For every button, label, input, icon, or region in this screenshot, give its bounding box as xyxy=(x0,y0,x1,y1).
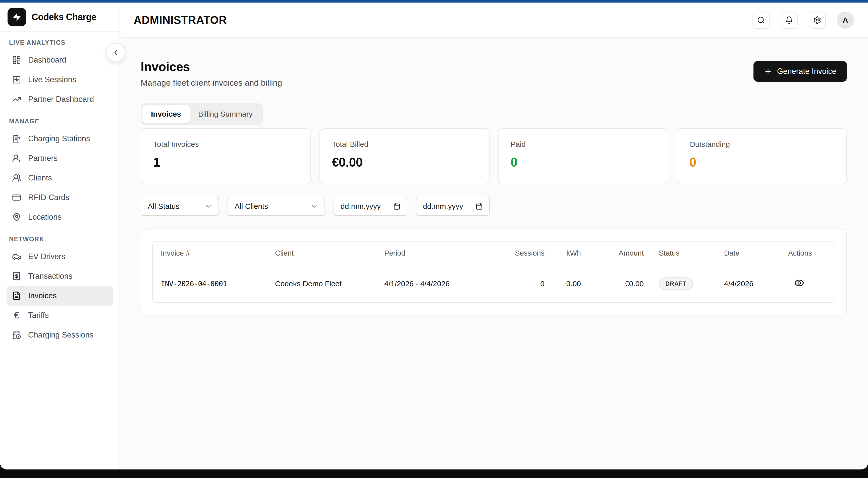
sidebar-collapse-button[interactable] xyxy=(106,43,125,62)
stat-value: 0 xyxy=(689,155,835,170)
calendar-icon xyxy=(476,203,483,210)
sidebar-item-rfid-cards[interactable]: RFID Cards xyxy=(6,188,113,207)
sidebar-nav: LIVE ANALYTICS Dashboard Live Sessions P… xyxy=(0,32,120,345)
sidebar-item-label: EV Drivers xyxy=(28,252,65,261)
status-badge: DRAFT xyxy=(659,277,693,290)
screen: Codeks Charge LIVE ANALYTICS Dashboard L… xyxy=(0,0,868,478)
cell-period: 4/1/2026 - 4/4/2026 xyxy=(384,279,515,288)
sidebar-item-transactions[interactable]: Transactions xyxy=(6,266,113,286)
client-filter-select[interactable]: All Clients xyxy=(227,197,325,216)
gear-icon xyxy=(813,16,821,24)
sidebar-item-label: Clients xyxy=(28,173,52,182)
user-avatar[interactable]: A xyxy=(837,11,854,29)
stat-card-outstanding: Outstanding 0 xyxy=(677,128,847,184)
sidebar-item-invoices[interactable]: Invoices xyxy=(6,286,113,306)
stat-card-paid: Paid 0 xyxy=(498,128,668,184)
calendar-icon xyxy=(393,203,400,210)
sidebar-item-label: Invoices xyxy=(28,291,57,300)
cell-kwh: 0.00 xyxy=(545,279,581,288)
column-header-period: Period xyxy=(384,249,515,257)
date-from-input[interactable]: dd.mm.yyyy xyxy=(334,197,407,216)
status-filter-value: All Status xyxy=(148,202,180,211)
user-plus-icon xyxy=(12,154,21,163)
cell-date: 4/4/2026 xyxy=(724,279,788,288)
top-header: ADMINISTRATOR A xyxy=(121,3,868,38)
chevron-left-icon xyxy=(112,49,120,56)
app-window: Codeks Charge LIVE ANALYTICS Dashboard L… xyxy=(0,3,868,470)
column-header-sessions: Sessions xyxy=(515,249,545,257)
sidebar-item-partners[interactable]: Partners xyxy=(6,149,113,168)
search-button[interactable] xyxy=(752,11,770,29)
sidebar-item-label: Partner Dashboard xyxy=(28,95,94,104)
cell-invoice-number: INV-2026-04-0001 xyxy=(161,279,275,288)
activity-square-icon xyxy=(12,75,21,84)
settings-button[interactable] xyxy=(809,11,826,29)
sidebar-item-label: Transactions xyxy=(28,272,72,281)
client-filter-value: All Clients xyxy=(235,202,268,211)
stat-label: Total Invoices xyxy=(153,140,299,149)
users-icon xyxy=(12,173,21,182)
sidebar-item-live-sessions[interactable]: Live Sessions xyxy=(6,70,113,89)
column-header-actions: Actions xyxy=(788,249,827,257)
column-header-amount: Amount xyxy=(581,249,644,257)
cell-client: Codeks Demo Fleet xyxy=(275,279,384,288)
tab-billing-summary[interactable]: Billing Summary xyxy=(190,105,261,123)
stat-card-total-invoices: Total Invoices 1 xyxy=(141,128,311,184)
sidebar-item-charging-stations[interactable]: Charging Stations xyxy=(6,129,113,149)
invoice-table: Invoice # Client Period Sessions kWh Amo… xyxy=(152,241,835,303)
dashboard-grid-icon xyxy=(12,56,21,65)
sidebar-item-label: Tariffs xyxy=(28,311,49,320)
table-header-row: Invoice # Client Period Sessions kWh Amo… xyxy=(153,241,835,265)
sidebar-item-dashboard[interactable]: Dashboard xyxy=(6,50,113,70)
sidebar-item-label: Partners xyxy=(28,154,58,163)
cell-status: DRAFT xyxy=(644,277,724,290)
sidebar-item-label: Charging Sessions xyxy=(28,330,93,339)
header-actions: A xyxy=(752,11,854,29)
cell-sessions: 0 xyxy=(515,279,545,288)
status-filter-select[interactable]: All Status xyxy=(141,197,219,216)
chevron-down-icon xyxy=(311,203,318,210)
section-label-manage: MANAGE xyxy=(9,118,113,125)
page-title: Invoices xyxy=(141,60,282,74)
sidebar-item-locations[interactable]: Locations xyxy=(6,207,113,227)
page-title-row: Invoices Manage fleet client invoices an… xyxy=(141,60,847,88)
column-header-invoice: Invoice # xyxy=(161,249,275,257)
column-header-date: Date xyxy=(724,249,788,257)
stat-label: Outstanding xyxy=(689,140,835,149)
stat-cards: Total Invoices 1 Total Billed €0.00 Paid… xyxy=(141,128,847,184)
sidebar-item-partner-dashboard[interactable]: Partner Dashboard xyxy=(6,89,113,109)
date-to-input[interactable]: dd.mm.yyyy xyxy=(416,197,490,216)
column-header-status: Status xyxy=(644,249,724,257)
search-icon xyxy=(757,16,765,24)
euro-icon: € xyxy=(12,311,21,320)
sidebar-item-label: RFID Cards xyxy=(28,193,69,202)
notifications-button[interactable] xyxy=(781,11,798,29)
column-header-kwh: kWh xyxy=(545,249,581,257)
sidebar-item-charging-sessions[interactable]: Charging Sessions xyxy=(6,325,113,345)
sidebar-item-tariffs[interactable]: € Tariffs xyxy=(6,306,113,325)
generate-invoice-label: Generate Invoice xyxy=(777,67,836,76)
cell-amount: €0.00 xyxy=(581,279,644,288)
view-invoice-button[interactable] xyxy=(788,278,804,288)
stat-card-total-billed: Total Billed €0.00 xyxy=(319,128,490,184)
file-text-icon xyxy=(12,291,21,300)
generate-invoice-button[interactable]: Generate Invoice xyxy=(753,61,847,82)
plus-icon xyxy=(764,67,772,76)
stat-value: 0 xyxy=(510,155,656,170)
filter-bar: All Status All Clients dd.mm.yyyy dd.mm.… xyxy=(141,197,847,216)
section-label-network: NETWORK xyxy=(9,236,113,243)
receipt-icon xyxy=(12,272,21,281)
sidebar-item-clients[interactable]: Clients xyxy=(6,168,113,188)
role-title: ADMINISTRATOR xyxy=(134,14,752,26)
sidebar-item-label: Locations xyxy=(28,213,62,222)
map-pin-icon xyxy=(12,213,21,222)
tab-invoices[interactable]: Invoices xyxy=(143,105,190,123)
section-label-live-analytics: LIVE ANALYTICS xyxy=(9,39,113,46)
sidebar-item-label: Live Sessions xyxy=(28,75,76,84)
stat-label: Total Billed xyxy=(332,140,477,149)
sidebar-item-label: Dashboard xyxy=(28,56,66,65)
page-subtitle: Manage fleet client invoices and billing xyxy=(141,78,282,88)
stat-value: €0.00 xyxy=(332,155,477,170)
table-row: INV-2026-04-0001 Codeks Demo Fleet 4/1/2… xyxy=(153,265,835,302)
sidebar-item-ev-drivers[interactable]: EV Drivers xyxy=(6,247,113,266)
